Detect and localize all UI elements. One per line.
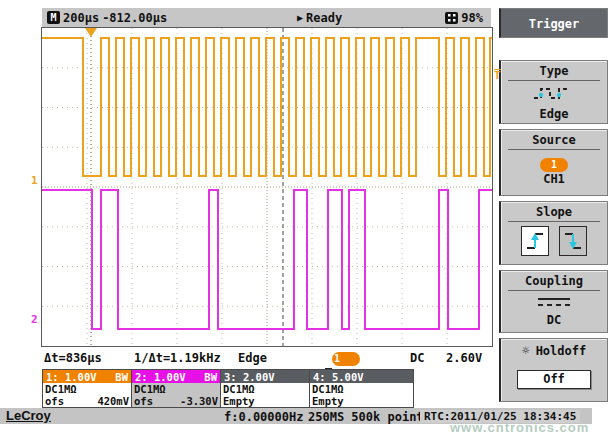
inv-delta-t-readout: 1/Δt=1.19kHz [134, 351, 221, 365]
channel-4-box[interactable]: 4: 5.00V DC1MΩ Empty [310, 370, 413, 407]
timebase-value: 200µs [63, 11, 99, 25]
top-status-bar: M 200µs -812.00µs ▶ Ready 98% [42, 8, 491, 27]
battery-status: 98% [445, 8, 483, 27]
trigger-holdoff-button[interactable]: ☼ Holdoff Off [499, 338, 608, 402]
channel-2-box[interactable]: 2: 1.00VBW DC1MΩ ofs-3.30V [132, 370, 221, 407]
sampling-readout: 250MS 500k points [308, 410, 431, 424]
channel-4-coupling: DC1MΩ [312, 383, 411, 395]
slope-rising-option[interactable] [521, 226, 549, 256]
edge-type-icon [531, 83, 577, 103]
channel-1-coupling: DC1MΩ [45, 383, 129, 395]
frequency-readout: f:0.00000Hz [224, 410, 303, 424]
divider [508, 149, 600, 150]
divider [508, 221, 600, 222]
rising-edge-icon [525, 230, 545, 252]
timebase-readout: M 200µs -812.00µs [47, 8, 167, 27]
waveform-svg [42, 28, 492, 346]
trigger-type-label: Type [501, 61, 607, 78]
holdoff-value-button[interactable]: Off [517, 370, 591, 389]
trigger-coupling-label: Coupling [501, 271, 607, 288]
acquisition-status: ▶ Ready [297, 8, 342, 27]
dc-coupling-icon [534, 295, 574, 309]
play-icon: ▶ [297, 8, 303, 27]
trigger-coupling-value: DC [501, 313, 607, 327]
trigger-coupling-button[interactable]: Coupling DC [499, 270, 608, 333]
trigger-coupling-readout: DC [410, 351, 424, 365]
waveform-display[interactable] [41, 27, 493, 347]
divider [508, 80, 600, 81]
channel-1-box[interactable]: 1: 1.00VBW DC1MΩ ofs420mV [43, 370, 132, 407]
memory-timebase-icon: M [47, 11, 60, 24]
channel-2-bw: BW [204, 371, 217, 383]
channel-2-scale: 2: 1.00V [135, 371, 186, 383]
channel-descriptor-row: 1: 1.00VBW DC1MΩ ofs420mV 2: 1.00VBW DC1… [42, 369, 414, 408]
measurement-bar: Δt=836µs 1/Δt=1.19kHz Edge 1 DC 2.60V [42, 350, 491, 367]
channel-2-coupling: DC1MΩ [134, 383, 218, 395]
channel-3-coupling: DC1MΩ [223, 383, 307, 395]
channel-4-scale: 4: 5.00V [313, 371, 364, 383]
slope-falling-option[interactable] [559, 226, 587, 256]
trigger-level-marker[interactable]: T [494, 69, 501, 82]
trigger-delay-value: -812.00µs [102, 11, 167, 25]
channel-3-box[interactable]: 3: 2.00V DC1MΩ Empty [221, 370, 310, 407]
falling-edge-icon [563, 230, 583, 252]
channel-3-scale: 3: 2.00V [224, 371, 275, 383]
trigger-type-button[interactable]: Type Edge [499, 60, 608, 124]
battery-percent: 98% [461, 11, 483, 25]
ch1-ground-marker[interactable]: 1 [31, 175, 38, 187]
oscilloscope-screen: M 200µs -812.00µs ▶ Ready 98% 1 2 T Trig… [0, 0, 612, 438]
trigger-source-badge: 1 [332, 352, 360, 366]
lecroy-logo: LeCroy [6, 408, 51, 423]
channel-1-bw: BW [115, 371, 128, 383]
ch2-ground-marker[interactable]: 2 [31, 314, 38, 326]
trigger-level-readout: 2.60V [446, 351, 482, 365]
source-channel-badge: 1 [540, 158, 568, 172]
gear-icon: ☼ [522, 343, 530, 358]
trigger-slope-label: Slope [501, 202, 607, 219]
acquisition-status-text: Ready [306, 11, 342, 25]
trigger-slope-button[interactable]: Slope [499, 201, 608, 265]
channel-1-scale: 1: 1.00V [46, 371, 97, 383]
trigger-source-value: CH1 [501, 172, 607, 186]
trigger-type-value: Edge [501, 107, 607, 121]
delta-t-readout: Δt=836µs [44, 351, 102, 365]
watermark: www.cntronics.com [450, 420, 589, 435]
trigger-holdoff-label: Holdoff [536, 344, 587, 358]
battery-icon [445, 12, 458, 24]
divider [508, 290, 600, 291]
trigger-menu-title: Trigger [499, 8, 608, 38]
trigger-source-label: Source [501, 130, 607, 147]
trigger-source-button[interactable]: Source 1 CH1 [499, 129, 608, 196]
trigger-type-readout: Edge [238, 351, 267, 365]
